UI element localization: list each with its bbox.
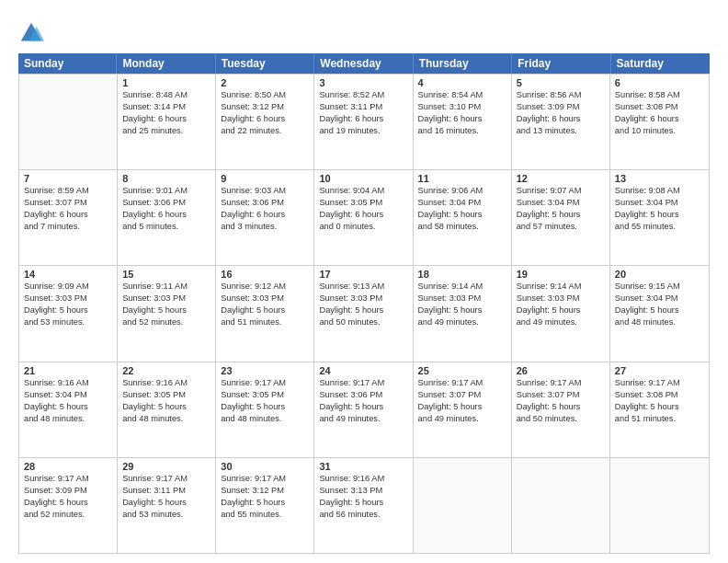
cell-line: and 51 minutes. (615, 413, 704, 425)
cell-line: and 56 minutes. (319, 509, 407, 521)
cell-line: Sunrise: 9:17 AM (517, 377, 605, 389)
calendar-cell: 30Sunrise: 9:17 AMSunset: 3:12 PMDayligh… (216, 458, 314, 553)
cell-line: Daylight: 6 hours (24, 209, 112, 221)
day-number: 16 (221, 269, 309, 280)
calendar-cell: 29Sunrise: 9:17 AMSunset: 3:11 PMDayligh… (118, 458, 216, 553)
day-number: 18 (418, 269, 506, 280)
weekday-header: Monday (117, 53, 215, 74)
cell-line: and 52 minutes. (122, 316, 210, 328)
cell-line: and 22 minutes. (221, 125, 309, 137)
cell-line: Daylight: 6 hours (221, 113, 309, 125)
cell-line: and 53 minutes. (24, 316, 112, 328)
calendar-cell (19, 75, 118, 169)
cell-line: Sunrise: 9:17 AM (319, 377, 407, 389)
day-number: 3 (319, 77, 407, 88)
cell-line: Daylight: 6 hours (319, 113, 407, 125)
cell-line: Sunrise: 9:04 AM (319, 185, 407, 197)
cell-line: Sunset: 3:11 PM (122, 485, 210, 497)
cell-line: Sunrise: 9:15 AM (615, 281, 704, 293)
cell-line: Sunrise: 8:52 AM (319, 89, 407, 101)
day-number: 30 (221, 461, 309, 472)
cell-line: Sunset: 3:06 PM (319, 389, 407, 401)
cell-line: and 19 minutes. (319, 125, 407, 137)
cell-line: Sunrise: 9:09 AM (24, 281, 112, 293)
cell-line: Sunrise: 9:07 AM (517, 185, 605, 197)
day-number: 19 (517, 269, 605, 280)
cell-line: Sunrise: 8:50 AM (221, 89, 309, 101)
calendar-cell (610, 458, 709, 553)
day-number: 26 (517, 365, 605, 376)
cell-line: Sunset: 3:04 PM (615, 293, 704, 304)
cell-line: Sunrise: 9:17 AM (418, 377, 506, 389)
cell-line: Daylight: 5 hours (517, 401, 605, 413)
cell-line: Sunrise: 9:01 AM (122, 185, 210, 197)
calendar-cell: 31Sunrise: 9:16 AMSunset: 3:13 PMDayligh… (314, 458, 413, 553)
cell-line: Daylight: 5 hours (221, 497, 309, 509)
cell-line: Sunrise: 9:12 AM (221, 281, 309, 293)
day-number: 27 (615, 365, 704, 376)
day-number: 29 (122, 461, 210, 472)
cell-line: Sunrise: 9:17 AM (122, 473, 210, 485)
day-number: 9 (221, 173, 309, 184)
calendar-cell: 10Sunrise: 9:04 AMSunset: 3:05 PMDayligh… (314, 170, 413, 265)
calendar-cell: 27Sunrise: 9:17 AMSunset: 3:08 PMDayligh… (610, 362, 709, 457)
cell-line: Daylight: 5 hours (418, 304, 506, 316)
day-number: 14 (24, 269, 112, 280)
cell-line: Sunset: 3:08 PM (615, 101, 704, 113)
cell-line: Sunset: 3:07 PM (517, 389, 605, 401)
cell-line: and 48 minutes. (221, 413, 309, 425)
cell-line: Daylight: 5 hours (615, 209, 704, 221)
cell-line: Sunset: 3:12 PM (221, 101, 309, 113)
cell-line: Sunset: 3:03 PM (122, 293, 210, 304)
cell-line: Sunset: 3:03 PM (221, 293, 309, 304)
cell-line: and 49 minutes. (517, 316, 605, 328)
cell-line: Sunrise: 9:06 AM (418, 185, 506, 197)
calendar-cell: 1Sunrise: 8:48 AMSunset: 3:14 PMDaylight… (118, 75, 216, 169)
calendar-cell: 19Sunrise: 9:14 AMSunset: 3:03 PMDayligh… (512, 266, 610, 361)
cell-line: and 52 minutes. (24, 509, 112, 521)
calendar-header: SundayMondayTuesdayWednesdayThursdayFrid… (18, 53, 710, 74)
cell-line: Sunset: 3:13 PM (319, 485, 407, 497)
calendar-row: 28Sunrise: 9:17 AMSunset: 3:09 PMDayligh… (19, 457, 709, 553)
cell-line: Daylight: 6 hours (122, 113, 210, 125)
calendar-row: 14Sunrise: 9:09 AMSunset: 3:03 PMDayligh… (19, 265, 709, 361)
cell-line: Sunset: 3:12 PM (221, 485, 309, 497)
cell-line: Daylight: 5 hours (24, 497, 112, 509)
calendar-row: 7Sunrise: 8:59 AMSunset: 3:07 PMDaylight… (19, 169, 709, 265)
calendar-cell: 23Sunrise: 9:17 AMSunset: 3:05 PMDayligh… (216, 362, 314, 457)
cell-line: Daylight: 5 hours (24, 401, 112, 413)
cell-line: Sunrise: 9:13 AM (319, 281, 407, 293)
cell-line: Sunrise: 8:56 AM (517, 89, 605, 101)
calendar-cell: 15Sunrise: 9:11 AMSunset: 3:03 PMDayligh… (118, 266, 216, 361)
cell-line: Daylight: 5 hours (122, 497, 210, 509)
cell-line: Sunset: 3:09 PM (517, 101, 605, 113)
cell-line: and 10 minutes. (615, 125, 704, 137)
cell-line: Sunrise: 9:17 AM (615, 377, 704, 389)
calendar-cell: 20Sunrise: 9:15 AMSunset: 3:04 PMDayligh… (610, 266, 709, 361)
cell-line: Sunrise: 9:17 AM (221, 473, 309, 485)
cell-line: and 48 minutes. (615, 316, 704, 328)
cell-line: and 25 minutes. (122, 125, 210, 137)
calendar-cell: 18Sunrise: 9:14 AMSunset: 3:03 PMDayligh… (414, 266, 512, 361)
cell-line: Sunrise: 9:03 AM (221, 185, 309, 197)
calendar-cell: 21Sunrise: 9:16 AMSunset: 3:04 PMDayligh… (19, 362, 118, 457)
cell-line: Daylight: 5 hours (517, 304, 605, 316)
cell-line: Sunrise: 9:14 AM (517, 281, 605, 293)
day-number: 4 (418, 77, 506, 88)
cell-line: and 0 minutes. (319, 221, 407, 233)
calendar-cell: 12Sunrise: 9:07 AMSunset: 3:04 PMDayligh… (512, 170, 610, 265)
calendar-cell: 11Sunrise: 9:06 AMSunset: 3:04 PMDayligh… (414, 170, 512, 265)
cell-line: Daylight: 6 hours (122, 209, 210, 221)
cell-line: and 3 minutes. (221, 221, 309, 233)
day-number: 20 (615, 269, 704, 280)
weekday-header: Wednesday (314, 53, 413, 74)
cell-line: Sunset: 3:08 PM (615, 389, 704, 401)
calendar-cell: 22Sunrise: 9:16 AMSunset: 3:05 PMDayligh… (118, 362, 216, 457)
day-number: 22 (122, 365, 210, 376)
cell-line: Sunrise: 8:54 AM (418, 89, 506, 101)
day-number: 8 (122, 173, 210, 184)
cell-line: Sunset: 3:05 PM (221, 389, 309, 401)
cell-line: Sunset: 3:03 PM (24, 293, 112, 304)
cell-line: and 13 minutes. (517, 125, 605, 137)
cell-line: Sunset: 3:04 PM (517, 197, 605, 209)
